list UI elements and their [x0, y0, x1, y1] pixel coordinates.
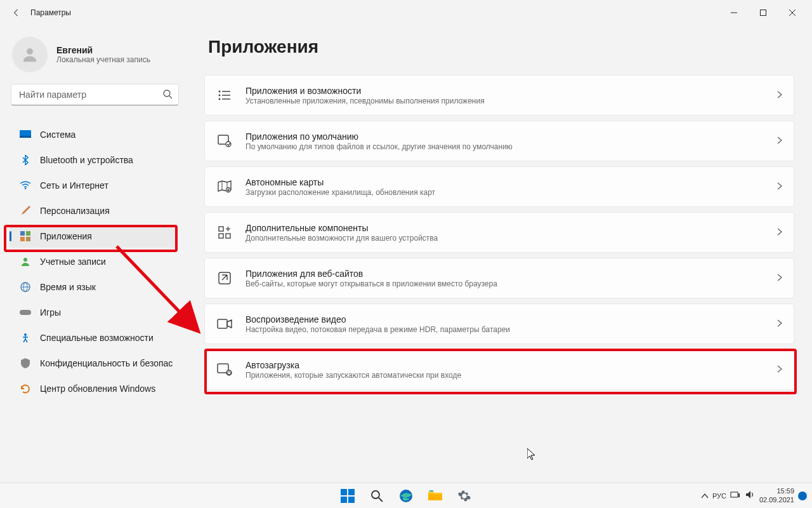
sidebar-item-bluetooth[interactable]: Bluetooth и устройства [10, 149, 178, 171]
card-title: Приложения по умолчанию [246, 131, 777, 142]
card-apps-features[interactable]: Приложения и возможностиУстановленные пр… [204, 75, 794, 116]
card-default-apps[interactable]: Приложения по умолчаниюПо умолчанию для … [204, 121, 794, 161]
card-apps-websites[interactable]: Приложения для веб-сайтовВеб-сайты, кото… [204, 258, 794, 298]
svg-point-9 [25, 188, 26, 189]
chevron-right-icon [777, 181, 782, 192]
tray-date: 02.09.2021 [759, 496, 794, 504]
taskbar-settings-button[interactable] [452, 483, 477, 509]
svg-rect-40 [341, 489, 347, 495]
system-icon [20, 129, 31, 140]
taskbar: РУС 15:59 02.09.2021 [0, 483, 812, 508]
sidebar-item-apps[interactable]: Приложения [10, 225, 178, 248]
tray-time: 15:59 [759, 487, 794, 495]
svg-rect-10 [20, 231, 25, 236]
tray-network-icon[interactable] [730, 490, 740, 501]
sidebar-item-privacy[interactable]: Конфиденциальность и безопас [10, 352, 178, 375]
card-title: Приложения для веб-сайтов [246, 269, 777, 279]
svg-line-45 [379, 498, 383, 502]
card-startup[interactable]: АвтозагрузкаПриложения, которые запускаю… [204, 349, 794, 390]
taskbar-explorer-button[interactable] [422, 483, 448, 509]
tray-chevron-up-icon[interactable] [701, 491, 709, 500]
svg-rect-30 [219, 234, 223, 238]
svg-point-20 [219, 91, 221, 93]
sidebar-item-accounts[interactable]: Учетные записи [10, 250, 178, 273]
svg-rect-18 [20, 310, 31, 315]
taskbar-center [335, 483, 477, 509]
window-title: Параметры [30, 8, 71, 17]
svg-rect-41 [348, 489, 355, 495]
accessibility-icon [20, 332, 31, 344]
chevron-right-icon [777, 227, 782, 238]
taskbar-edge-button[interactable] [393, 483, 419, 509]
titlebar: Параметры [0, 0, 812, 25]
svg-rect-12 [20, 237, 25, 241]
card-sub: Дополнительные возможности для вашего ус… [246, 234, 777, 243]
svg-line-6 [169, 96, 172, 98]
apps-icon [20, 231, 31, 242]
map-icon [216, 178, 233, 195]
chevron-right-icon [777, 90, 782, 101]
card-sub: Веб-сайты, которые могут открываться в п… [246, 279, 777, 288]
svg-point-14 [23, 258, 27, 262]
search-input[interactable] [11, 84, 179, 105]
sidebar-item-accessibility[interactable]: Специальные возможности [10, 326, 178, 349]
sidebar: Евгений Локальная учетная запись Система… [0, 25, 193, 483]
svg-rect-50 [738, 493, 740, 497]
nav-label: Специальные возможности [40, 333, 154, 343]
taskbar-clock[interactable]: 15:59 02.09.2021 [759, 487, 794, 504]
card-sub: Загрузки расположение хранилища, обновле… [246, 188, 777, 197]
card-optional-features[interactable]: Дополнительные компонентыДополнительные … [204, 212, 794, 253]
svg-point-44 [372, 491, 379, 498]
chevron-right-icon [777, 135, 782, 147]
website-icon [216, 270, 233, 286]
sidebar-item-personalization[interactable]: Персонализация [10, 199, 178, 222]
user-subtitle: Локальная учетная запись [56, 55, 150, 64]
svg-rect-48 [429, 490, 433, 491]
sidebar-item-gaming[interactable]: Игры [10, 301, 178, 324]
card-sub: Приложения, которые запускаются автомати… [246, 371, 777, 380]
svg-point-24 [219, 98, 221, 100]
card-video-playback[interactable]: Воспроизведение видеоНастройка видео, по… [204, 304, 794, 344]
user-block[interactable]: Евгений Локальная учетная запись [12, 37, 193, 72]
card-title: Автономные карты [246, 177, 777, 187]
svg-rect-29 [219, 227, 223, 231]
sidebar-item-windows-update[interactable]: Центр обновления Windows [10, 377, 178, 400]
maximize-button[interactable] [749, 3, 778, 23]
components-icon [216, 224, 233, 241]
minimize-button[interactable] [719, 3, 749, 23]
svg-rect-35 [218, 319, 227, 328]
wifi-icon [20, 180, 31, 191]
svg-rect-1 [761, 10, 766, 16]
nav-label: Конфиденциальность и безопас [40, 358, 173, 368]
back-button[interactable] [5, 1, 28, 24]
start-button[interactable] [335, 483, 360, 509]
taskbar-search-button[interactable] [364, 483, 390, 509]
sidebar-item-system[interactable]: Система [10, 123, 178, 146]
nav-label: Игры [40, 307, 61, 318]
svg-rect-43 [348, 497, 355, 503]
nav-label: Учетные записи [40, 257, 106, 267]
nav-label: Система [40, 130, 75, 140]
gamepad-icon [20, 307, 31, 318]
close-button[interactable] [778, 3, 807, 23]
svg-rect-42 [341, 497, 347, 503]
search-icon [162, 89, 173, 102]
svg-rect-13 [26, 237, 30, 241]
card-offline-maps[interactable]: Автономные картыЗагрузки расположение хр… [204, 166, 794, 207]
chevron-right-icon [777, 364, 782, 375]
tray-notification-badge[interactable] [798, 491, 807, 500]
video-icon [216, 316, 233, 332]
brush-icon [20, 205, 31, 217]
sidebar-item-time-language[interactable]: Время и язык [10, 276, 178, 298]
card-title: Автозагрузка [246, 360, 777, 370]
startup-icon [216, 361, 233, 378]
card-title: Дополнительные компоненты [246, 223, 777, 233]
svg-rect-31 [226, 234, 230, 238]
window-controls [719, 3, 807, 23]
tray-language[interactable]: РУС [712, 492, 726, 500]
card-sub: Настройка видео, потоковая передача в ре… [246, 325, 777, 334]
sidebar-item-network[interactable]: Сеть и Интернет [10, 174, 178, 197]
tray-volume-icon[interactable] [745, 490, 756, 501]
update-icon [20, 383, 31, 394]
accounts-icon [20, 256, 31, 267]
